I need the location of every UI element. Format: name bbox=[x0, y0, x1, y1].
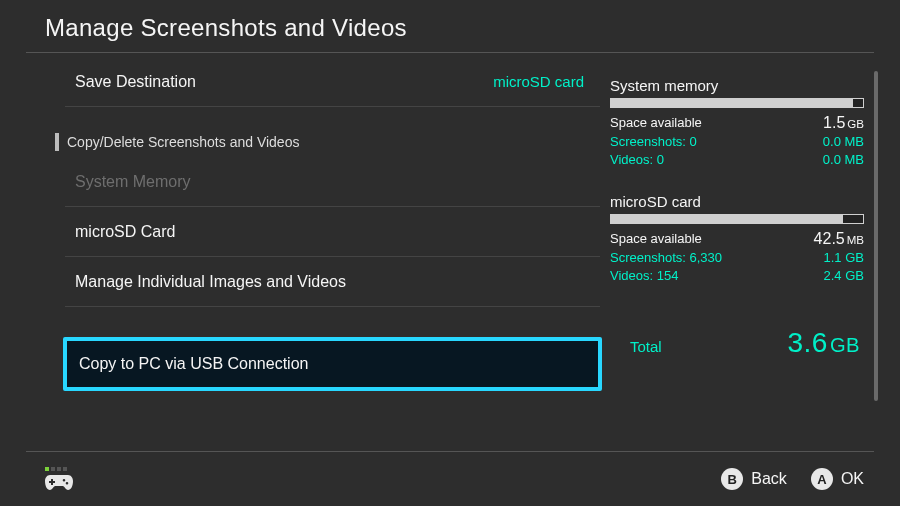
microsd-screenshots-label: Screenshots: 6,330 bbox=[610, 249, 722, 267]
back-label: Back bbox=[751, 470, 787, 488]
system-space-label: Space available bbox=[610, 114, 702, 133]
b-button-icon: B bbox=[721, 468, 743, 490]
system-space-available: Space available 1.5GB bbox=[610, 114, 864, 133]
microsd-screenshots-value: 1.1 GB bbox=[824, 249, 864, 267]
system-memory-label: System Memory bbox=[75, 173, 191, 191]
options-panel: Save Destination microSD card Copy/Delet… bbox=[0, 53, 600, 433]
save-destination-label: Save Destination bbox=[75, 73, 196, 91]
save-destination-value: microSD card bbox=[493, 73, 584, 90]
system-memory-title: System memory bbox=[610, 77, 864, 94]
copy-delete-section-text: Copy/Delete Screenshots and Videos bbox=[67, 134, 299, 150]
footer-bar: B Back A OK bbox=[0, 452, 900, 506]
footer-actions: B Back A OK bbox=[721, 468, 864, 490]
total-line: Total 3.6GB bbox=[610, 327, 864, 359]
system-screenshots-stat: Screenshots: 0 0.0 MB bbox=[610, 133, 864, 151]
microsd-videos-label: Videos: 154 bbox=[610, 267, 678, 285]
system-space-value: 1.5GB bbox=[823, 114, 864, 133]
total-label: Total bbox=[630, 338, 662, 355]
microsd-bar-free bbox=[843, 215, 863, 223]
save-destination-row[interactable]: Save Destination microSD card bbox=[65, 57, 600, 107]
system-videos-label: Videos: 0 bbox=[610, 151, 664, 169]
ok-button[interactable]: A OK bbox=[811, 468, 864, 490]
player-dots bbox=[45, 467, 74, 471]
system-screenshots-value: 0.0 MB bbox=[823, 133, 864, 151]
microsd-title: microSD card bbox=[610, 193, 864, 210]
system-videos-stat: Videos: 0 0.0 MB bbox=[610, 151, 864, 169]
system-memory-row: System Memory bbox=[65, 157, 600, 207]
manage-individual-label: Manage Individual Images and Videos bbox=[75, 273, 346, 291]
scrollbar[interactable] bbox=[874, 71, 878, 401]
content-area: Save Destination microSD card Copy/Delet… bbox=[0, 53, 900, 433]
microsd-videos-value: 2.4 GB bbox=[824, 267, 864, 285]
microsd-card-label: microSD Card bbox=[75, 223, 175, 241]
copy-to-pc-row[interactable]: Copy to PC via USB Connection bbox=[63, 337, 602, 391]
page-title: Manage Screenshots and Videos bbox=[0, 0, 900, 52]
manage-individual-row[interactable]: Manage Individual Images and Videos bbox=[65, 257, 600, 307]
microsd-space-label: Space available bbox=[610, 230, 702, 249]
microsd-bar bbox=[610, 214, 864, 224]
a-button-icon: A bbox=[811, 468, 833, 490]
system-memory-bar bbox=[610, 98, 864, 108]
system-memory-block: System memory Space available 1.5GB Scre… bbox=[610, 77, 864, 169]
microsd-block: microSD card Space available 42.5MB Scre… bbox=[610, 193, 864, 285]
microsd-screenshots-stat: Screenshots: 6,330 1.1 GB bbox=[610, 249, 864, 267]
copy-to-pc-label: Copy to PC via USB Connection bbox=[79, 355, 308, 373]
microsd-videos-stat: Videos: 154 2.4 GB bbox=[610, 267, 864, 285]
system-memory-bar-free bbox=[853, 99, 863, 107]
ok-label: OK bbox=[841, 470, 864, 488]
system-screenshots-label: Screenshots: 0 bbox=[610, 133, 697, 151]
system-videos-value: 0.0 MB bbox=[823, 151, 864, 169]
controller-indicator bbox=[44, 467, 74, 491]
microsd-space-value: 42.5MB bbox=[814, 230, 864, 249]
back-button[interactable]: B Back bbox=[721, 468, 787, 490]
controller-icon bbox=[44, 473, 74, 491]
total-value: 3.6GB bbox=[787, 327, 860, 359]
microsd-card-row[interactable]: microSD Card bbox=[65, 207, 600, 257]
microsd-space-available: Space available 42.5MB bbox=[610, 230, 864, 249]
storage-panel: System memory Space available 1.5GB Scre… bbox=[600, 53, 874, 433]
copy-delete-section-label: Copy/Delete Screenshots and Videos bbox=[55, 133, 600, 151]
